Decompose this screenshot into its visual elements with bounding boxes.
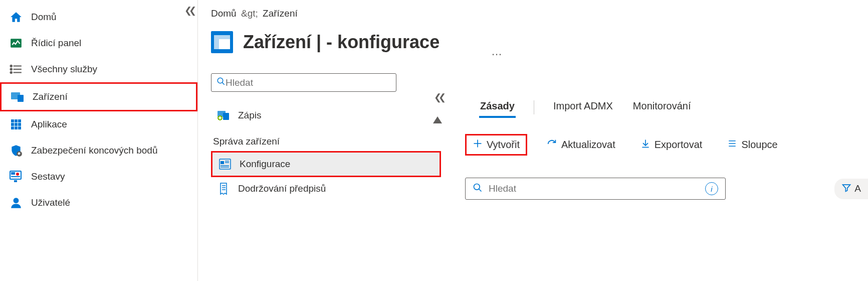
compliance-icon bbox=[217, 182, 230, 195]
filter-label: A bbox=[854, 183, 861, 194]
svg-point-46 bbox=[474, 184, 480, 190]
mid-search[interactable] bbox=[211, 73, 396, 92]
columns-icon bbox=[727, 139, 737, 151]
tab-monitoring[interactable]: Monitorování bbox=[632, 97, 692, 117]
svg-rect-23 bbox=[14, 180, 17, 182]
svg-point-4 bbox=[11, 65, 12, 67]
sidebar-item-devices[interactable]: Zařízení bbox=[0, 82, 197, 111]
sidebar-item-label: Řídicí panel bbox=[31, 38, 81, 49]
svg-rect-31 bbox=[221, 161, 224, 164]
export-button[interactable]: Exportovat bbox=[634, 135, 709, 154]
svg-rect-11 bbox=[18, 119, 21, 122]
sidebar-item-all-services[interactable]: Všechny služby bbox=[0, 56, 197, 82]
sidebar-item-label: Uživatelé bbox=[31, 197, 70, 208]
svg-rect-22 bbox=[11, 176, 20, 177]
sidebar-collapse-icon[interactable]: ❮❮ bbox=[184, 5, 193, 16]
toolbar-label: Aktualizovat bbox=[561, 139, 615, 151]
sidebar-item-label: Domů bbox=[31, 12, 57, 23]
toolbar-label: Exportovat bbox=[655, 139, 703, 151]
page-title-row: Zařízení | - konfigurace bbox=[211, 31, 441, 53]
content-search-row: i A bbox=[465, 178, 868, 200]
subnav-label: Zápis bbox=[238, 110, 261, 121]
search-icon bbox=[216, 77, 226, 88]
svg-point-24 bbox=[14, 198, 19, 203]
sidebar-item-endpoint-security[interactable]: Zabezpečení koncových bodů bbox=[0, 137, 197, 164]
breadcrumb-home[interactable]: Domů bbox=[211, 8, 237, 19]
columns-button[interactable]: Sloupce bbox=[721, 136, 783, 154]
home-icon bbox=[9, 10, 23, 24]
subnav-label: Dodržování předpisů bbox=[238, 183, 326, 194]
svg-line-47 bbox=[479, 189, 482, 191]
subnav-item-compliance[interactable]: Dodržování předpisů bbox=[211, 177, 441, 200]
svg-rect-16 bbox=[15, 126, 18, 129]
toolbar: Vytvořit Aktualizovat Exportovat Sloupce bbox=[465, 134, 868, 156]
apps-icon bbox=[9, 117, 23, 131]
toolbar-label: Vytvořit bbox=[487, 139, 520, 151]
sidebar-item-label: Aplikace bbox=[31, 119, 67, 130]
breadcrumb-current: Zařízení bbox=[263, 8, 298, 19]
svg-rect-12 bbox=[11, 123, 14, 126]
svg-point-25 bbox=[218, 78, 223, 83]
shield-icon bbox=[9, 144, 23, 158]
reports-icon bbox=[9, 170, 23, 184]
svg-rect-9 bbox=[11, 119, 14, 122]
configuration-icon bbox=[219, 158, 232, 171]
svg-rect-10 bbox=[15, 119, 18, 122]
download-icon bbox=[640, 138, 650, 151]
svg-rect-13 bbox=[15, 123, 18, 126]
tab-import-admx[interactable]: Import ADMX bbox=[552, 97, 614, 117]
toolbar-label: Sloupce bbox=[741, 139, 777, 151]
info-icon[interactable]: i bbox=[705, 182, 718, 195]
tab-divider bbox=[534, 100, 534, 114]
filter-icon bbox=[841, 183, 851, 195]
refresh-icon bbox=[546, 138, 557, 152]
list-icon bbox=[9, 62, 23, 76]
sidebar: ❮❮ Domů Řídicí panel Všechny služby Zaří… bbox=[0, 0, 198, 281]
subnav-header-device-management: Správa zařízení bbox=[211, 127, 441, 151]
plus-icon bbox=[473, 138, 483, 151]
sidebar-item-home[interactable]: Domů bbox=[0, 4, 197, 30]
sidebar-item-label: Zabezpečení koncových bodů bbox=[31, 145, 157, 156]
sidebar-item-reports[interactable]: Sestavy bbox=[0, 164, 197, 190]
enrollment-icon bbox=[217, 109, 230, 122]
svg-rect-8 bbox=[18, 95, 24, 102]
svg-line-26 bbox=[222, 82, 225, 85]
search-icon bbox=[473, 183, 483, 195]
tabs: Zásady Import ADMX Monitorování bbox=[479, 97, 868, 117]
tab-policies[interactable]: Zásady bbox=[479, 97, 516, 117]
filter-button[interactable]: A bbox=[834, 179, 868, 199]
sidebar-item-label: Sestavy bbox=[31, 171, 65, 182]
content-search[interactable]: i bbox=[465, 178, 726, 200]
mid-collapse-icon[interactable]: ❮❮ bbox=[434, 92, 443, 103]
sidebar-item-apps[interactable]: Aplikace bbox=[0, 111, 197, 137]
svg-rect-15 bbox=[11, 126, 14, 129]
svg-rect-14 bbox=[18, 123, 21, 126]
configuration-page-icon bbox=[211, 31, 233, 53]
content-search-input[interactable] bbox=[489, 183, 699, 194]
svg-point-6 bbox=[11, 72, 12, 73]
sidebar-item-label: Zařízení bbox=[33, 91, 68, 102]
middle-column: Domů &gt; Zařízení Zařízení | - konfigur… bbox=[198, 0, 446, 281]
refresh-button[interactable]: Aktualizovat bbox=[540, 135, 621, 155]
scroll-up-icon[interactable] bbox=[433, 116, 442, 123]
svg-point-21 bbox=[16, 173, 19, 176]
subnav-label: Konfigurace bbox=[240, 159, 290, 170]
sidebar-item-users[interactable]: Uživatelé bbox=[0, 190, 197, 216]
subnav-group-top: Zápis bbox=[211, 104, 441, 127]
subnav-item-enrollment[interactable]: Zápis bbox=[211, 104, 441, 127]
breadcrumb: Domů &gt; Zařízení bbox=[211, 8, 441, 19]
subnav-item-configuration[interactable]: Konfigurace bbox=[211, 151, 441, 177]
sidebar-item-dashboard[interactable]: Řídicí panel bbox=[0, 30, 197, 56]
dashboard-icon bbox=[9, 36, 23, 50]
page-title: Zařízení | - konfigurace bbox=[243, 32, 440, 53]
create-button[interactable]: Vytvořit bbox=[465, 134, 527, 156]
devices-icon bbox=[11, 90, 25, 104]
breadcrumb-separator: &gt; bbox=[241, 8, 258, 19]
mid-search-input[interactable] bbox=[226, 77, 391, 88]
more-actions-icon[interactable]: … bbox=[491, 45, 503, 58]
sidebar-item-label: Všechny služby bbox=[31, 64, 97, 75]
svg-point-5 bbox=[11, 68, 12, 70]
svg-rect-17 bbox=[18, 126, 21, 129]
user-icon bbox=[9, 196, 23, 210]
svg-rect-28 bbox=[223, 113, 229, 120]
